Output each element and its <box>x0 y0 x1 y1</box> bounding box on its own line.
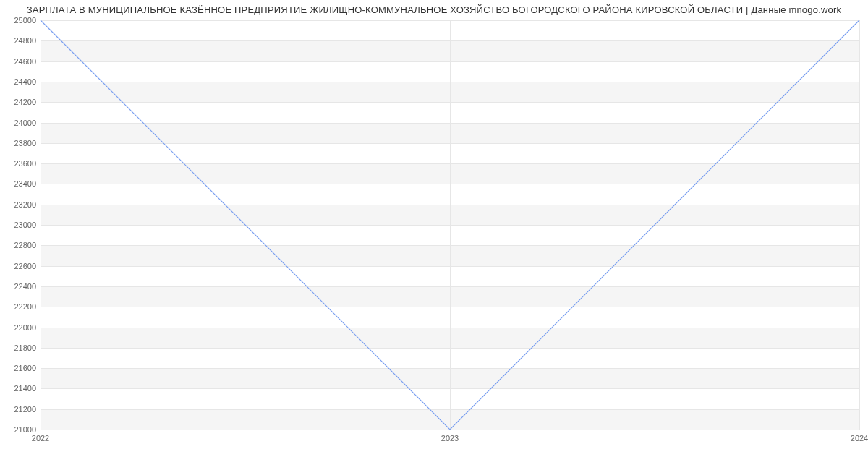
y-axis-tick-label: 23600 <box>4 159 36 168</box>
chart-plot-area <box>41 20 859 430</box>
y-axis-tick-label: 21400 <box>4 384 36 393</box>
y-axis-tick-label: 23400 <box>4 179 36 188</box>
y-axis-tick-label: 22800 <box>4 241 36 249</box>
y-axis-tick-label: 23200 <box>4 200 36 209</box>
y-axis-tick-label: 24800 <box>4 36 36 45</box>
y-axis-tick-label: 24200 <box>4 98 36 106</box>
y-axis-tick-label: 21200 <box>4 405 36 414</box>
chart-title: ЗАРПЛАТА В МУНИЦИПАЛЬНОЕ КАЗЁННОЕ ПРЕДПР… <box>0 0 868 15</box>
x-axis-tick-label: 2022 <box>32 434 49 443</box>
y-axis-tick-label: 22600 <box>4 262 36 270</box>
x-axis-tick-label: 2023 <box>441 434 459 443</box>
x-axis-tick-label: 2024 <box>851 434 868 443</box>
y-axis-tick-label: 22200 <box>4 302 36 311</box>
chart-vgridline <box>859 20 860 430</box>
y-axis-tick-label: 22000 <box>4 323 36 332</box>
y-axis-tick-label: 24400 <box>4 77 36 86</box>
y-axis-tick-label: 21800 <box>4 343 36 352</box>
chart-line-series <box>41 20 859 430</box>
y-axis-tick-label: 24000 <box>4 119 36 127</box>
y-axis-tick-label: 21000 <box>4 425 36 434</box>
y-axis-tick-label: 23000 <box>4 221 36 229</box>
y-axis-tick-label: 25000 <box>4 16 36 25</box>
y-axis-tick-label: 24600 <box>4 57 36 66</box>
y-axis-tick-label: 23800 <box>4 139 36 148</box>
y-axis-tick-label: 22400 <box>4 282 36 291</box>
y-axis-tick-label: 21600 <box>4 364 36 372</box>
